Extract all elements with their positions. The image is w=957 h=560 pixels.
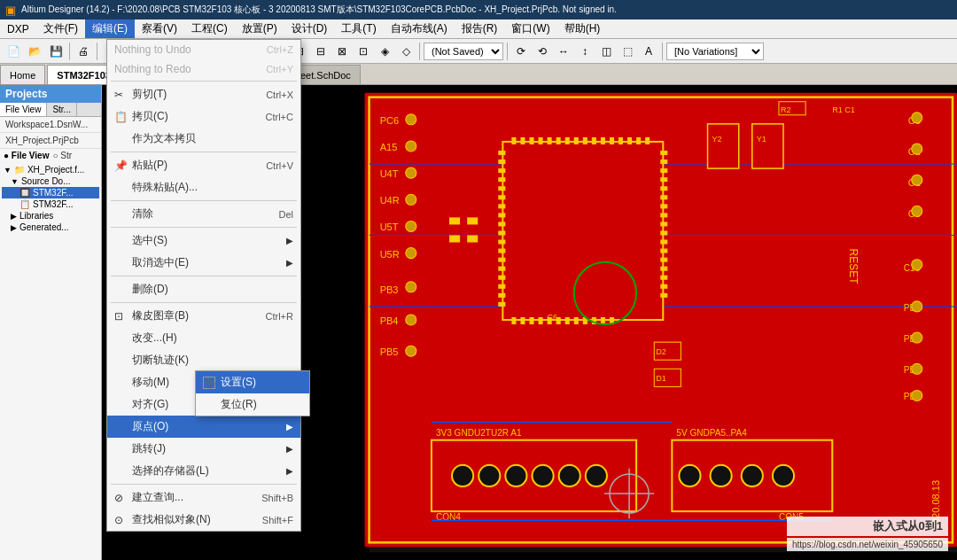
svg-point-41 xyxy=(912,363,922,374)
svg-rect-102 xyxy=(636,137,641,144)
svg-point-36 xyxy=(912,175,922,185)
menu-edit-find-similar[interactable]: ⊙ 查找相似对象(N) Shift+F xyxy=(107,509,300,531)
svg-rect-87 xyxy=(660,293,667,298)
toolbar-c6[interactable]: ⬚ xyxy=(618,42,637,61)
toolbar-c4[interactable]: ↕ xyxy=(575,42,595,61)
toolbar-save[interactable]: 💾 xyxy=(46,42,66,61)
menu-edit-paste[interactable]: 📌 粘贴(P) Ctrl+V xyxy=(107,154,300,176)
menu-edit[interactable]: 编辑(E) xyxy=(85,19,135,38)
svg-rect-101 xyxy=(627,137,632,144)
submenu-reset-origin[interactable]: 复位(R) xyxy=(196,393,309,416)
toolbar-sep8 xyxy=(662,43,663,60)
menu-design[interactable]: 设计(D) xyxy=(284,19,335,38)
menu-edit-deselect[interactable]: 取消选中(E) ▶ xyxy=(107,252,300,274)
menu-project[interactable]: 工程(C) xyxy=(184,19,235,38)
title-text: Altium Designer (14.2) - F:\2020.08\PCB … xyxy=(21,4,617,16)
svg-rect-95 xyxy=(574,137,579,144)
menu-edit-delete[interactable]: 删除(D) xyxy=(107,278,300,300)
menu-place[interactable]: 放置(P) xyxy=(235,19,284,38)
tree-item-project[interactable]: ▼ 📁 XH_Project.f... xyxy=(2,164,99,175)
toolbar-c2[interactable]: ⟲ xyxy=(533,42,552,61)
menu-edit-redo[interactable]: Nothing to Redo Ctrl+Y xyxy=(107,59,300,79)
svg-text:RESET: RESET xyxy=(847,249,860,285)
svg-rect-63 xyxy=(498,240,505,245)
menu-edit-split-track[interactable]: 切断轨迹(K) xyxy=(107,349,300,371)
toolbar-c3[interactable]: ↔ xyxy=(554,42,573,61)
toolbar-c7[interactable]: A xyxy=(639,42,658,61)
svg-point-28 xyxy=(406,194,416,205)
menu-edit-stamp[interactable]: ⊡ 橡皮图章(B) Ctrl+R xyxy=(107,305,300,327)
menu-sep-7 xyxy=(111,484,297,485)
toolbar-print[interactable]: 🖨 xyxy=(74,42,93,61)
svg-point-30 xyxy=(406,248,416,259)
toolbar-sep2 xyxy=(97,43,97,60)
toolbar-b2[interactable]: ⊟ xyxy=(311,42,331,61)
view-tab-str[interactable]: ○ Str xyxy=(52,151,72,160)
svg-rect-90 xyxy=(530,137,534,144)
menu-dxp[interactable]: DXP xyxy=(0,19,36,38)
menu-sep-4 xyxy=(111,227,297,228)
svg-point-37 xyxy=(912,206,922,216)
svg-text:PB4: PB4 xyxy=(380,315,399,326)
svg-text:Y2: Y2 xyxy=(712,135,722,144)
svg-point-33 xyxy=(406,346,416,356)
menu-view[interactable]: 察看(V) xyxy=(135,19,184,38)
menu-window[interactable]: 窗口(W) xyxy=(504,19,556,38)
svg-point-38 xyxy=(912,260,922,270)
menu-autoroute[interactable]: 自动布线(A) xyxy=(384,19,455,38)
svg-rect-79 xyxy=(660,222,667,226)
menu-edit-copy-text[interactable]: 作为文本拷贝 xyxy=(107,128,300,150)
tab-home[interactable]: Home xyxy=(0,65,45,84)
menu-help[interactable]: 帮助(H) xyxy=(557,19,608,38)
toolbar-b5[interactable]: ◈ xyxy=(375,42,394,61)
svg-point-138 xyxy=(773,465,794,486)
svg-point-34 xyxy=(912,113,922,123)
toolbar-c5[interactable]: ◫ xyxy=(596,42,616,61)
menu-edit-origin[interactable]: 原点(O) ▶ xyxy=(107,416,300,438)
watermark: 嵌入式从0到1 https://blog.csdn.net/weixin_459… xyxy=(787,517,948,551)
view-tab-file[interactable]: ● File View xyxy=(4,151,49,160)
toolbar-new[interactable]: 📄 xyxy=(4,42,23,61)
panel-tab-fileview[interactable]: File View xyxy=(0,103,47,116)
toolbar-combo-save[interactable]: (Not Saved) xyxy=(424,43,503,60)
menu-edit-change[interactable]: 改变...(H) xyxy=(107,327,300,349)
svg-rect-100 xyxy=(619,137,623,144)
edit-dropdown-menu: Nothing to Undo Ctrl+Z Nothing to Redo C… xyxy=(106,39,301,532)
menu-edit-paste-special[interactable]: 特殊粘贴(A)... xyxy=(107,176,300,198)
menu-edit-cut[interactable]: ✂ 剪切(T) Ctrl+X xyxy=(107,83,300,105)
menu-reports[interactable]: 报告(R) xyxy=(455,19,505,38)
panel-title: Projects xyxy=(5,88,47,100)
toolbar-b6[interactable]: ◇ xyxy=(396,42,416,61)
menu-edit-jump[interactable]: 跳转(J) ▶ xyxy=(107,438,300,460)
toolbar-combo-variation[interactable]: [No Variations] xyxy=(666,43,764,60)
menu-tools[interactable]: 工具(T) xyxy=(334,19,383,38)
toolbar-b4[interactable]: ⊡ xyxy=(354,42,373,61)
crosshair-icon xyxy=(203,377,215,389)
svg-point-128 xyxy=(505,465,526,486)
tree-item-libraries[interactable]: ▶ Libraries xyxy=(2,210,99,222)
menu-edit-undo[interactable]: Nothing to Undo Ctrl+Z xyxy=(107,40,300,59)
tree-item-pcb[interactable]: 🔲 STM32F... xyxy=(2,187,99,198)
menu-edit-select[interactable]: 选中(S) ▶ xyxy=(107,229,300,252)
menu-edit-clear[interactable]: 清除 Del xyxy=(107,203,300,225)
submenu-set-origin[interactable]: 设置(S) xyxy=(196,371,309,393)
svg-rect-97 xyxy=(592,137,596,144)
toolbar-open[interactable]: 📂 xyxy=(25,42,44,61)
svg-rect-86 xyxy=(660,284,667,289)
svg-point-127 xyxy=(478,465,500,486)
titlebar: ▣ Altium Designer (14.2) - F:\2020.08\PC… xyxy=(0,0,957,19)
menu-edit-build-query[interactable]: ⊘ 建立查询... Shift+B xyxy=(107,486,300,509)
menu-edit-memory[interactable]: 选择的存储器(L) ▶ xyxy=(107,460,300,482)
svg-rect-76 xyxy=(660,195,667,199)
svg-rect-99 xyxy=(610,137,614,144)
watermark-wechat-text: 嵌入式从0到1 xyxy=(787,517,948,536)
tree-item-generated[interactable]: ▶ Generated... xyxy=(2,222,99,233)
toolbar-c1[interactable]: ⟳ xyxy=(511,42,531,61)
menu-file[interactable]: 文件(F) xyxy=(36,19,85,38)
menu-edit-copy[interactable]: 📋 拷贝(C) Ctrl+C xyxy=(107,105,300,128)
panel-tab-str[interactable]: Str... xyxy=(47,103,77,116)
tree-item-source[interactable]: ▼ Source Do... xyxy=(2,175,99,187)
svg-rect-62 xyxy=(498,230,505,235)
toolbar-b3[interactable]: ⊠ xyxy=(332,42,352,61)
tree-item-sch[interactable]: 📋 STM32F... xyxy=(2,198,99,210)
